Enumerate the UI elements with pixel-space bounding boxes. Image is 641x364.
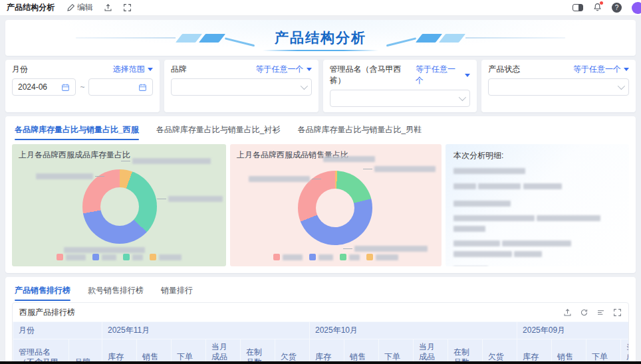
column-header: 当月成品到货量 xyxy=(621,339,628,364)
filter-operator-dropdown[interactable]: 等于任意一个 xyxy=(256,64,312,75)
legend-item[interactable] xyxy=(309,254,333,260)
edit-button-label: 编辑 xyxy=(77,2,93,13)
edit-button[interactable]: 编辑 xyxy=(66,2,93,13)
column-settings-icon[interactable] xyxy=(596,308,605,317)
chart-label xyxy=(121,158,211,164)
filter-product-name: 管理品名（含马甲西裤） 等于任意一个 xyxy=(323,60,477,112)
filter-operator-dropdown[interactable]: 等于任意一个 xyxy=(416,64,470,86)
notification-badge xyxy=(600,1,603,5)
tab-sales-volume-rank[interactable]: 销量排行 xyxy=(161,285,193,301)
table-header-row: 管理品名（不含马甲西裤） 品牌 库存数量销售量下单量当月成品到货量在制品数量欠货… xyxy=(13,339,629,364)
chart-title: 上月各品牌西服成品库存量占比 xyxy=(19,149,130,161)
theme-toggle-icon[interactable] xyxy=(573,4,583,11)
chevron-down-icon xyxy=(459,94,466,101)
date-end-input[interactable] xyxy=(88,78,152,96)
column-header: 销售量 xyxy=(552,339,586,364)
legend-swatch xyxy=(123,254,130,260)
brand-select[interactable] xyxy=(171,78,312,96)
ranking-tabs: 产品销售排行榜 款号销售排行榜 销量排行 xyxy=(12,281,629,301)
date-range-separator: ~ xyxy=(80,82,84,92)
filter-operator-dropdown[interactable]: 选择范围 xyxy=(113,64,153,75)
chart-label xyxy=(363,166,436,172)
column-header: 库存数量 xyxy=(102,339,137,364)
legend-item[interactable] xyxy=(150,254,182,260)
rank-table-scroll-area[interactable]: 月份 2025年11月2025年10月2025年09月 管理品名（不含马甲西裤）… xyxy=(13,321,628,364)
analysis-line xyxy=(453,197,621,208)
table-group-header-row: 月份 2025年11月2025年10月2025年09月 xyxy=(13,322,629,339)
analysis-line xyxy=(453,180,621,191)
pencil-icon xyxy=(66,3,75,12)
notifications-button[interactable] xyxy=(593,3,602,13)
column-header: 欠货数量 xyxy=(483,339,517,364)
upload-icon xyxy=(104,3,112,12)
analysis-line xyxy=(453,238,621,259)
legend-swatch xyxy=(92,254,99,260)
legend-item[interactable] xyxy=(273,254,303,260)
analysis-heading: 本次分析明细: xyxy=(453,150,621,161)
legend-swatch xyxy=(57,254,63,260)
calendar-icon xyxy=(138,83,147,92)
chevron-down-icon xyxy=(300,82,307,90)
caret-down-icon xyxy=(307,68,312,71)
month-group-header: 2025年11月 xyxy=(102,322,310,339)
month-group-header: 2025年09月 xyxy=(517,322,628,339)
month-group-header: 2025年10月 xyxy=(310,322,517,339)
refresh-icon[interactable] xyxy=(580,308,588,317)
redacted-value xyxy=(283,254,303,260)
filter-label: 品牌 xyxy=(171,64,187,75)
filter-operator-dropdown[interactable]: 等于任意一个 xyxy=(573,64,629,75)
banner-decoration-left xyxy=(76,34,256,43)
calendar-icon xyxy=(61,83,70,92)
chevron-down-icon xyxy=(618,82,625,90)
redacted-value xyxy=(132,254,143,260)
inventory-chart-panel: 上月各品牌西服成品库存量占比 xyxy=(12,144,226,266)
redacted-value xyxy=(159,254,182,260)
tab-shoes[interactable]: 各品牌库存量占比与销量占比_男鞋 xyxy=(297,124,422,140)
tab-product-sales-rank[interactable]: 产品销售排行榜 xyxy=(15,285,70,301)
user-avatar[interactable] xyxy=(632,2,641,14)
redacted-value xyxy=(319,254,333,260)
product-status-select[interactable] xyxy=(488,78,629,96)
redacted-value xyxy=(376,254,398,260)
chart-label xyxy=(249,176,321,182)
column-header: 销售量 xyxy=(344,339,379,364)
share-button[interactable] xyxy=(104,3,112,12)
date-start-input[interactable]: 2024-06 xyxy=(12,78,76,96)
chart-label xyxy=(36,173,104,179)
filter-product-status: 产品状态 等于任意一个 xyxy=(481,60,636,112)
inventory-donut-chart[interactable] xyxy=(82,169,157,244)
legend-swatch xyxy=(150,254,156,260)
banner-decoration-right xyxy=(385,34,565,43)
analysis-line xyxy=(453,165,621,176)
filter-label: 产品状态 xyxy=(488,64,520,75)
export-icon[interactable] xyxy=(563,308,572,317)
product-name-select[interactable] xyxy=(330,90,471,107)
legend-swatch xyxy=(309,254,316,260)
legend-item[interactable] xyxy=(123,254,143,260)
column-header: 在制品数量 xyxy=(448,339,483,364)
expand-icon[interactable] xyxy=(613,308,622,317)
column-header: 下单量 xyxy=(172,339,206,364)
legend-swatch xyxy=(340,254,346,260)
fullscreen-button[interactable] xyxy=(123,3,132,12)
legend-item[interactable] xyxy=(92,254,116,260)
chart-label xyxy=(157,196,223,202)
column-header: 欠货数量 xyxy=(275,339,310,364)
tab-shirt[interactable]: 各品牌库存量占比与销量占比_衬衫 xyxy=(156,124,281,140)
legend-item[interactable] xyxy=(340,254,360,260)
legend-item[interactable] xyxy=(366,254,398,260)
chart-label xyxy=(323,156,375,162)
legend-item[interactable] xyxy=(57,254,86,260)
topbar: 产品结构分析 编辑 ? xyxy=(0,0,641,16)
chart-section: 各品牌库存量占比与销量占比_西服 各品牌库存量占比与销量占比_衬衫 各品牌库存量… xyxy=(5,116,636,273)
rank-table-card: 西服产品排行榜 月份 202 xyxy=(12,302,629,364)
legend-swatch xyxy=(366,254,373,260)
filter-month: 月份 选择范围 2024-06 ~ xyxy=(5,60,160,112)
caret-down-icon xyxy=(465,74,470,77)
help-icon[interactable]: ? xyxy=(612,3,622,13)
tab-sku-sales-rank[interactable]: 款号销售排行榜 xyxy=(88,285,144,301)
tab-suit[interactable]: 各品牌库存量占比与销量占比_西服 xyxy=(15,124,139,140)
column-header: 当月成品到货量 xyxy=(206,339,241,364)
ranking-section: 产品销售排行榜 款号销售排行榜 销量排行 西服产品排行榜 xyxy=(5,277,636,364)
legend-swatch xyxy=(273,254,280,260)
